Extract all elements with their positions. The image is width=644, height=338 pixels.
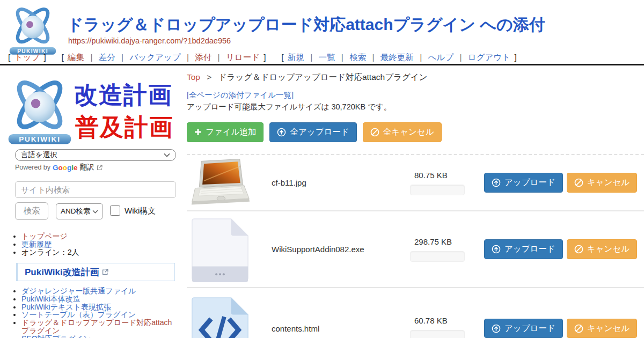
sidebar-pukiwiki-logo[interactable]: PUKIWIKI [6,74,73,145]
file-row-actions: アップロード キャンセル [474,173,644,193]
all-pages-attach-list-link[interactable]: [全ページの添付ファイル一覧] [187,90,294,100]
nav-separator: | [341,53,343,62]
nav-help-link[interactable]: ヘルプ [428,53,454,62]
nav-separator: | [459,53,462,62]
file-size: 298.75 KB [410,237,474,246]
upload-progress-bar [410,185,465,195]
cancel-button[interactable]: キャンセル [567,239,637,259]
language-select[interactable]: 言語を選択 [15,149,176,161]
list-item: トップページ [21,232,79,240]
bracket: [ [8,53,10,62]
upload-circle-icon [277,128,286,137]
add-file-label: ファイル追加 [206,127,256,137]
file-thumbnail [187,295,272,338]
upload-all-button[interactable]: 全アップロード [269,122,356,142]
nav-logout-link[interactable]: ログアウト [468,53,510,62]
sidebar-toppage-link[interactable]: トップページ [21,232,68,240]
nav-top-link[interactable]: トップ [14,53,40,62]
upload-progress-bar [410,251,465,262]
breadcrumb-top-link[interactable]: Top [187,72,200,82]
nav-separator: | [420,53,422,62]
file-name: WikiSupportAddin082.exe [272,245,410,254]
cancel-button[interactable]: キャンセル [567,173,637,193]
file-row-actions: アップロード キャンセル [474,319,644,338]
cancel-button[interactable]: キャンセル [567,319,637,338]
laptop-photo-thumbnail [189,158,251,208]
upload-circle-icon [492,245,501,254]
site-search-input[interactable] [15,181,176,198]
bracket: [ [281,53,283,62]
language-select-value: 言語を選択 [21,150,57,160]
max-upload-size-text: アップロード可能最大ファイルサイズは 30,720KB です。 [187,102,391,112]
online-count: オンライン：2人 [21,248,79,256]
search-mode-select[interactable]: AND検索 [56,203,103,219]
external-link-icon [102,269,108,275]
file-thumbnail [187,158,272,208]
upload-progress-bar [410,330,465,338]
nav-recent-link[interactable]: 最終更新 [380,53,414,62]
file-size-column: 298.75 KB [410,237,474,262]
add-file-button[interactable]: ファイル追加 [187,122,264,142]
nav-reload-link[interactable]: リロード [226,53,260,62]
bracket: ] [44,53,46,62]
upload-dropzone[interactable]: cf-b11.jpg 80.75 KB アップロード キャンセル [187,154,644,338]
page-url-link[interactable]: https://pukiwiki.dajya-ranger.com/?1bd2d… [68,36,231,45]
nav-separator: | [90,53,92,62]
list-item: ドラッグ＆ドロップアップロード対応attachプラグイン [21,319,173,335]
sidebar-seo-plugin-link[interactable]: SEO対応プラグイン [21,334,91,338]
cancel-label: キャンセル [587,244,630,254]
nav-separator: | [310,53,312,62]
search-button[interactable]: 検索 [15,202,48,220]
sidebar-core-mod-link[interactable]: PukiWiki本体改造 [21,295,80,303]
list-item: PukiWiki本体改造 [21,295,173,303]
page-title: ドラッグ＆ドロップアップロード対応attachプラグイン への添付 [67,14,545,36]
sidebar-recent-changes-link[interactable]: 更新履歴 [21,240,52,248]
sidebar-common-files-link[interactable]: ダジャレンジャー版共通ファイル [21,286,136,295]
file-size: 60.78 KB [410,316,474,325]
cancel-label: キャンセル [587,178,630,188]
sidebar-section-heading[interactable]: PukiWiki改造計画 [16,263,175,281]
upload-button[interactable]: アップロード [484,173,563,193]
generic-file-icon [189,216,251,283]
sidebar-sort-table-link[interactable]: ソートテーブル（表）プラグイン [21,310,136,319]
cancel-label: キャンセル [587,324,630,334]
upload-label: アップロード [504,324,555,334]
sidebar-text-ext-link[interactable]: PukiWikiテキスト表現拡張 [21,303,111,311]
file-row: contents.html 60.78 KB アップロード キャンセル [187,288,644,338]
nav-separator: | [218,53,220,62]
pukiwiki-attach-page: PUKIWIKI ドラッグ＆ドロップアップロード対応attachプラグイン への… [0,0,644,338]
upload-button[interactable]: アップロード [484,239,563,259]
pukiwiki-logo[interactable]: PUKIWIKI [8,3,57,55]
google-logo: Google [53,164,78,172]
file-name: contents.html [272,324,410,333]
nav-attach-link[interactable]: 添付 [195,53,211,62]
powered-by-text: Powered by [15,164,50,171]
list-item: PukiWikiテキスト表現拡張 [21,303,173,311]
translate-word: 翻訳 [80,163,94,172]
list-item: SEO対応プラグイン [21,335,173,338]
code-file-icon [189,295,251,338]
wiki-syntax-label: Wiki構文 [125,206,156,216]
sidebar-plugin-list: ダジャレンジャー版共通ファイル PukiWiki本体改造 PukiWikiテキス… [12,287,173,338]
list-item: ダジャレンジャー版共通ファイル [21,287,173,295]
nav-separator: | [372,53,375,62]
banner-kaizo-keikaku: 改造計画 [74,79,173,111]
nav-list-link[interactable]: 一覧 [319,53,335,62]
bracket: [ [61,53,63,62]
nav-new-link[interactable]: 新規 [288,53,304,62]
upload-button[interactable]: アップロード [484,319,563,338]
banner-fukyu-keikaku: 普及計画 [75,112,174,143]
cancel-all-button[interactable]: 全キャンセル [363,122,442,142]
nav-edit-link[interactable]: 編集 [68,53,84,62]
nav-backup-link[interactable]: バックアップ [129,53,180,62]
nav-diff-link[interactable]: 差分 [99,53,115,62]
nav-search-link[interactable]: 検索 [349,53,366,62]
ban-icon [574,324,583,333]
wiki-syntax-checkbox[interactable] [110,205,120,216]
upload-all-label: 全アップロード [290,127,349,137]
file-size: 80.75 KB [410,171,474,180]
file-row-actions: アップロード キャンセル [474,239,644,259]
list-item: オンライン：2人 [21,248,79,256]
sidebar-dragdrop-attach-link[interactable]: ドラッグ＆ドロップアップロード対応attachプラグイン [21,318,172,335]
breadcrumb-separator: > [207,72,211,82]
